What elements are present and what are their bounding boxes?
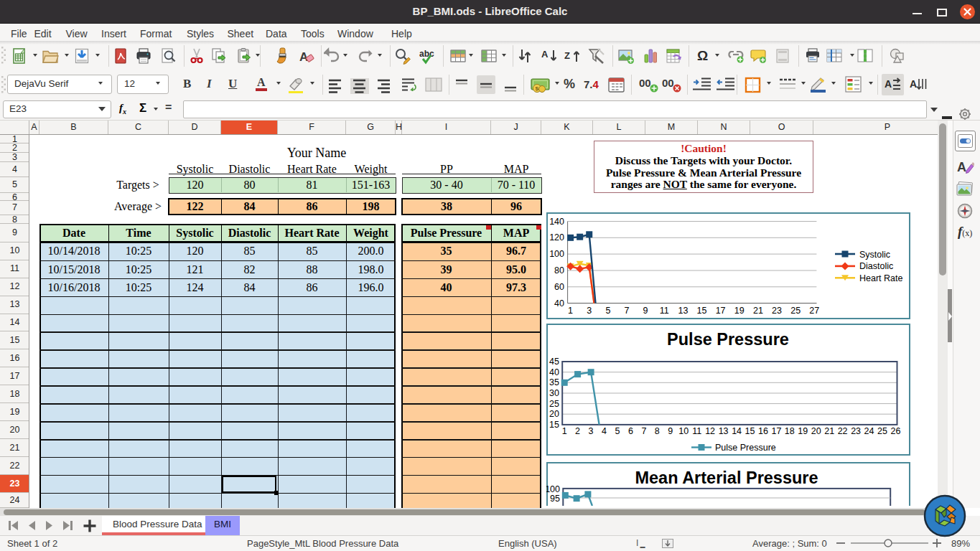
svg-text:8: 8 bbox=[655, 426, 660, 436]
svg-text:21: 21 bbox=[824, 426, 834, 436]
svg-text:17: 17 bbox=[716, 306, 726, 316]
svg-text:140: 140 bbox=[549, 217, 564, 227]
svg-text:10: 10 bbox=[678, 426, 689, 436]
svg-text:45: 45 bbox=[549, 357, 559, 367]
svg-text:A: A bbox=[957, 160, 966, 174]
svg-text:12: 12 bbox=[705, 426, 715, 436]
svg-text:9: 9 bbox=[643, 306, 648, 316]
svg-text:20: 20 bbox=[549, 409, 559, 419]
svg-text:30: 30 bbox=[549, 388, 559, 398]
svg-text:15: 15 bbox=[549, 420, 559, 430]
svg-text:1: 1 bbox=[568, 306, 573, 316]
svg-text:A: A bbox=[541, 49, 549, 60]
svg-text:Pulse Pressure: Pulse Pressure bbox=[667, 330, 789, 349]
svg-text:11: 11 bbox=[692, 426, 701, 436]
svg-text:25: 25 bbox=[790, 306, 801, 316]
svg-text:120: 120 bbox=[549, 232, 564, 242]
svg-text:A: A bbox=[885, 78, 892, 90]
svg-text:18: 18 bbox=[785, 426, 795, 436]
svg-text:35: 35 bbox=[549, 377, 559, 387]
svg-text:Mean Arterial Pressure: Mean Arterial Pressure bbox=[635, 468, 818, 487]
svg-text:7: 7 bbox=[641, 426, 646, 436]
svg-text:15: 15 bbox=[697, 306, 707, 316]
svg-text:26: 26 bbox=[890, 426, 900, 436]
svg-text:7: 7 bbox=[625, 306, 630, 316]
svg-text:80: 80 bbox=[554, 265, 564, 276]
svg-text:24: 24 bbox=[864, 426, 874, 436]
svg-text:A: A bbox=[910, 78, 917, 90]
svg-text:2: 2 bbox=[575, 426, 580, 436]
svg-text:1: 1 bbox=[562, 426, 567, 436]
svg-text:Heart Rate: Heart Rate bbox=[859, 273, 902, 283]
svg-text:abc: abc bbox=[419, 49, 434, 59]
svg-text:19: 19 bbox=[734, 306, 745, 316]
svg-text:9: 9 bbox=[668, 426, 673, 436]
svg-text:$: $ bbox=[536, 85, 539, 92]
svg-text:19: 19 bbox=[798, 426, 808, 436]
svg-text:25: 25 bbox=[877, 426, 887, 436]
svg-text:15: 15 bbox=[745, 426, 755, 436]
svg-text:23: 23 bbox=[772, 306, 782, 316]
svg-text:Ω: Ω bbox=[697, 48, 708, 63]
svg-text:14: 14 bbox=[732, 426, 742, 436]
svg-text:Z: Z bbox=[564, 50, 570, 61]
svg-text:4: 4 bbox=[602, 426, 607, 436]
svg-text:20: 20 bbox=[811, 426, 821, 436]
svg-text:Pulse Pressure: Pulse Pressure bbox=[715, 443, 776, 453]
svg-text:40: 40 bbox=[554, 298, 564, 309]
svg-text:21: 21 bbox=[753, 306, 763, 316]
svg-text:95: 95 bbox=[550, 494, 560, 504]
svg-text:11: 11 bbox=[660, 306, 669, 316]
svg-text:22: 22 bbox=[838, 426, 848, 436]
svg-text:Systolic: Systolic bbox=[859, 250, 890, 260]
svg-text:5: 5 bbox=[605, 306, 610, 316]
svg-text:17: 17 bbox=[771, 426, 781, 436]
svg-text:16: 16 bbox=[758, 426, 768, 436]
svg-text:6: 6 bbox=[628, 426, 633, 436]
svg-text:5: 5 bbox=[615, 426, 620, 436]
svg-text:13: 13 bbox=[719, 426, 729, 436]
svg-text:25: 25 bbox=[549, 399, 559, 409]
svg-text:Diastolic: Diastolic bbox=[859, 261, 893, 271]
svg-text:40: 40 bbox=[549, 367, 559, 377]
svg-text:60: 60 bbox=[554, 282, 564, 292]
svg-text:3: 3 bbox=[589, 426, 594, 436]
svg-text:27: 27 bbox=[809, 306, 819, 316]
svg-text:100: 100 bbox=[549, 249, 564, 259]
svg-text:23: 23 bbox=[851, 426, 861, 436]
svg-text:13: 13 bbox=[678, 306, 688, 316]
svg-text:3: 3 bbox=[587, 306, 592, 316]
